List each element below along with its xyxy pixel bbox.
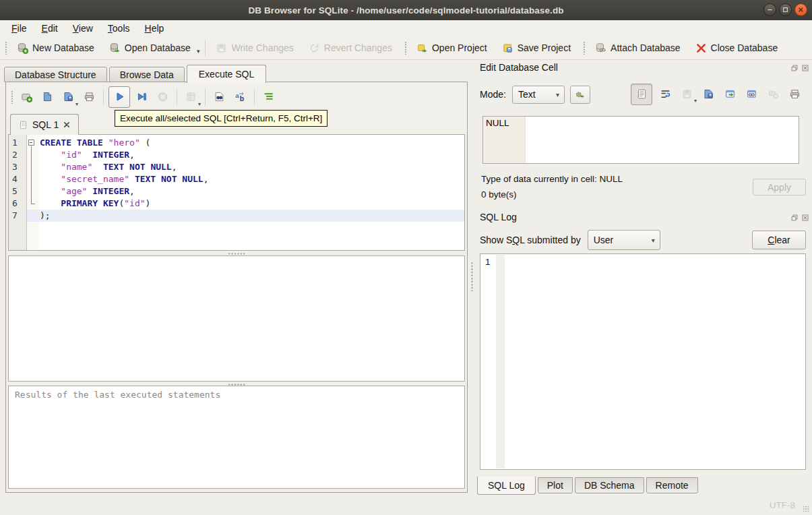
sql-log-dock-buttons (790, 213, 809, 222)
toolbar-button-label: Revert Changes (324, 42, 392, 53)
maximize-button[interactable] (779, 3, 792, 16)
save-sql-file-button[interactable]: ▾ (59, 88, 77, 106)
close-tab-icon[interactable] (63, 121, 71, 129)
fold-margin[interactable] (26, 137, 38, 149)
file-save-icon (63, 91, 74, 102)
dock-tab-sql-log[interactable]: SQL Log (477, 477, 536, 495)
apply-button[interactable]: Apply (753, 179, 806, 195)
fold-collapse-icon[interactable] (28, 140, 34, 146)
minimize-button[interactable] (763, 3, 776, 16)
svg-text:a: a (235, 92, 239, 99)
attach-database-button[interactable]: Attach Database (590, 40, 685, 57)
resize-grip[interactable] (803, 506, 809, 512)
print-icon (84, 91, 95, 102)
text-mode-button[interactable] (631, 84, 652, 105)
close-button[interactable] (794, 3, 807, 16)
dropdown-caret-icon[interactable]: ▾ (197, 48, 200, 55)
new-database-button[interactable]: New Database (12, 40, 99, 57)
execute-sql-pane: ▾▾ab SQL 1 1CREATE TABLE "hero" (2 "id" … (5, 82, 468, 493)
indent-icon (263, 91, 274, 102)
line-number: 3 (9, 161, 26, 173)
code-segment: "name" (61, 162, 92, 172)
export-win-icon (724, 88, 736, 100)
fold-margin (26, 185, 38, 198)
dock-tab-db-schema[interactable]: DB Schema (575, 477, 644, 493)
menu-edit[interactable]: Edit (34, 22, 65, 35)
auto-completion-button[interactable]: ab (231, 88, 249, 106)
fold-margin (26, 161, 38, 173)
main-vertical-splitter[interactable] (468, 60, 475, 493)
toolbar-handle[interactable] (404, 41, 407, 55)
fold-margin (26, 198, 38, 210)
code-segment: ( (140, 138, 151, 148)
dropdown-caret-icon: ▾ (198, 101, 201, 107)
save-results-button: ▾ (182, 88, 200, 106)
clear-log-button[interactable]: Clear (752, 231, 806, 249)
close-database-button[interactable]: Close Database (691, 40, 783, 57)
link-win-icon (746, 88, 757, 100)
code-segment: CREATE TABLE (40, 138, 103, 148)
line-number: 4 (9, 173, 26, 185)
dock-tab-plot[interactable]: Plot (538, 477, 573, 493)
code-segment: , (172, 162, 177, 172)
toolbar-button-label: New Database (32, 42, 94, 53)
toolbar-handle[interactable] (11, 90, 13, 104)
auto-switch-mode-button[interactable] (570, 86, 590, 104)
tab-browse-data[interactable]: Browse Data (109, 67, 185, 82)
toolbar-button-label: Write Changes (231, 42, 293, 53)
edit-cell-dock-buttons (790, 63, 809, 72)
code-text: "name" TEXT NOT NULL, (38, 161, 464, 173)
mode-label: Mode: (480, 89, 506, 100)
dock-tab-remote[interactable]: Remote (646, 477, 698, 493)
menu-help[interactable]: Help (137, 22, 172, 35)
print-sql-button[interactable] (80, 88, 98, 106)
menu-tools[interactable]: Tools (100, 22, 137, 35)
open-project-button[interactable]: Open Project (412, 40, 492, 57)
toolbar-separator (205, 89, 206, 105)
toolbar-button-label: Save Project (518, 42, 571, 53)
open-in-external-app-button[interactable] (743, 86, 760, 102)
open-database-button[interactable]: Open Database (104, 40, 195, 57)
tab-execute-sql[interactable]: Execute SQL (187, 65, 267, 83)
print-cell-button[interactable] (786, 86, 803, 102)
toolbar-button-label: Close Database (711, 42, 778, 53)
menu-view[interactable]: View (65, 22, 100, 35)
cell-value-editor[interactable]: NULL (482, 116, 799, 164)
close-dock-button[interactable] (801, 213, 809, 222)
sql-editor[interactable]: 1CREATE TABLE "hero" (2 "id" INTEGER,3 "… (8, 134, 465, 251)
menu-file[interactable]: File (4, 22, 34, 35)
tab-database-structure[interactable]: Database Structure (4, 67, 107, 82)
execution-message-pane[interactable]: Results of the last executed statements (8, 386, 465, 489)
results-grid-pane[interactable] (8, 255, 465, 382)
toolbar-separator (103, 89, 104, 105)
import-cell-data-button[interactable] (700, 86, 717, 102)
toolbar-handle[interactable] (5, 41, 7, 55)
float-dock-button[interactable] (790, 63, 799, 72)
word-wrap-button[interactable] (657, 86, 674, 102)
export-cell-data-button[interactable] (722, 86, 739, 102)
sql-log-view[interactable]: 1 (480, 253, 806, 470)
log-line-number: 1 (485, 257, 491, 267)
code-text: PRIMARY KEY("id") (38, 198, 464, 210)
execute-current-line-button[interactable] (133, 88, 151, 106)
execute-all-button[interactable] (108, 86, 130, 108)
line-number: 1 (9, 137, 26, 149)
sql-file-icon (18, 120, 28, 130)
cell-mode-select[interactable]: Text ▾ (512, 86, 565, 104)
find-icon (214, 91, 225, 102)
sql-document-tab[interactable]: SQL 1 (10, 114, 79, 135)
open-sql-file-button[interactable] (38, 88, 57, 106)
format-sql-button[interactable] (259, 88, 278, 106)
new-sql-tab-button[interactable] (18, 88, 36, 106)
float-dock-button[interactable] (790, 213, 799, 222)
close-dock-button[interactable] (801, 63, 809, 72)
maximize-icon (781, 5, 790, 14)
sql-log-filter-select[interactable]: User ▾ (588, 230, 660, 250)
toolbar-handle[interactable] (583, 41, 586, 55)
find-replace-button[interactable] (210, 88, 228, 106)
save-project-button[interactable]: Save Project (497, 40, 575, 57)
menubar: FileEditViewToolsHelp (0, 20, 812, 36)
code-segment: "age" (61, 186, 87, 196)
titlebar[interactable]: DB Browser for SQLite - /home/user/code/… (0, 0, 812, 21)
stop-execution-button (154, 88, 172, 106)
